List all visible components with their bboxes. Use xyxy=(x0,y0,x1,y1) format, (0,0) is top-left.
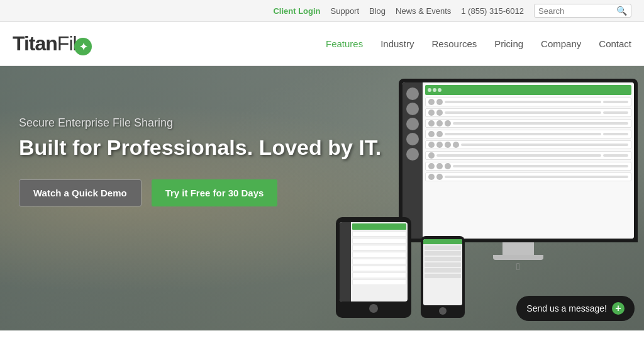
monitor-screen xyxy=(399,79,638,242)
tablet-row-2 xyxy=(352,238,406,244)
tablet-row-3 xyxy=(352,245,406,251)
sidebar-item-2 xyxy=(406,103,419,115)
news-events-link[interactable]: News & Events xyxy=(396,6,451,16)
phone-mockup xyxy=(421,236,465,318)
monitor-row-7 xyxy=(425,162,631,171)
logo-icon: ✦ xyxy=(74,38,92,55)
tablet-content xyxy=(351,222,408,301)
nav-company[interactable]: Company xyxy=(541,38,581,49)
try-free-button[interactable]: Try it Free for 30 Days xyxy=(152,179,278,206)
logo[interactable]: TitanFil✦ xyxy=(13,32,92,56)
tablet-sidebar xyxy=(340,222,351,301)
phone-screen xyxy=(423,239,462,305)
nav-resources[interactable]: Resources xyxy=(432,38,477,49)
logo-text: TitanFil✦ xyxy=(13,32,92,56)
monitor-main-content xyxy=(423,82,634,239)
monitor-row-3 xyxy=(425,119,631,128)
tablet-screen xyxy=(340,222,408,301)
tablet-row-8 xyxy=(352,279,406,285)
sidebar-item-4 xyxy=(406,133,419,145)
phone-row-2 xyxy=(425,251,461,256)
monitor-foot xyxy=(493,255,543,260)
nav-contact[interactable]: Contact xyxy=(599,38,631,49)
sidebar-item-5 xyxy=(406,148,419,161)
nav-features[interactable]: Features xyxy=(326,38,363,49)
send-message-button[interactable]: Send us a message! + xyxy=(516,296,635,321)
nav-links: Features Industry Resources Pricing Comp… xyxy=(326,38,631,49)
tablet-row-1 xyxy=(352,231,406,237)
blog-link[interactable]: Blog xyxy=(369,6,386,16)
phone-row-4 xyxy=(425,262,461,267)
phone-body xyxy=(421,236,465,318)
top-bar: Client Login Support Blog News & Events … xyxy=(0,0,644,22)
send-message-plus-icon: + xyxy=(612,302,625,315)
tablet-row-4 xyxy=(352,252,406,257)
monitor-row-6 xyxy=(425,151,631,160)
tablet-row-6 xyxy=(352,266,406,271)
phone-home-button xyxy=(439,307,447,315)
search-button[interactable]: 🔍 xyxy=(616,6,627,16)
phone-row-1 xyxy=(425,245,461,250)
phone-row-6 xyxy=(425,274,461,278)
phone-row-3 xyxy=(425,257,461,261)
phone-content xyxy=(423,244,462,305)
tablet-body xyxy=(336,217,411,318)
watch-demo-button[interactable]: Watch a Quick Demo xyxy=(19,179,142,206)
sidebar-item-1 xyxy=(406,87,419,100)
monitor-row-2 xyxy=(425,108,631,117)
monitor-sidebar xyxy=(402,82,423,239)
phone-number: 1 (855) 315-6012 xyxy=(461,6,524,16)
nav-industry[interactable]: Industry xyxy=(380,38,414,49)
hero-devices:  xyxy=(323,72,638,324)
sidebar-item-3 xyxy=(406,118,419,130)
nav-pricing[interactable]: Pricing xyxy=(494,38,523,49)
phone-topbar xyxy=(423,239,462,244)
monitor-row-4 xyxy=(425,130,631,138)
phone-row-5 xyxy=(425,268,461,273)
send-message-label: Send us a message! xyxy=(526,303,607,313)
client-login-link[interactable]: Client Login xyxy=(273,6,320,16)
hero-section: Secure Enterprise File Sharing Built for… xyxy=(0,66,644,330)
search-bar: 🔍 xyxy=(534,4,631,18)
tablet-row-7 xyxy=(352,273,406,278)
tablet-mockup xyxy=(336,217,411,318)
monitor-screen-inner xyxy=(402,82,634,239)
tablet-header xyxy=(352,223,406,230)
monitor-row-1 xyxy=(425,98,631,106)
support-link[interactable]: Support xyxy=(331,6,360,16)
monitor-row-5 xyxy=(425,140,631,149)
monitor-neck xyxy=(502,242,534,255)
monitor-topbar xyxy=(425,85,631,95)
tablet-row-5 xyxy=(352,259,406,264)
tablet-home-button xyxy=(369,304,378,313)
search-input[interactable] xyxy=(538,6,614,16)
monitor-row-8 xyxy=(425,172,631,181)
main-nav: TitanFil✦ Features Industry Resources Pr… xyxy=(0,22,644,66)
